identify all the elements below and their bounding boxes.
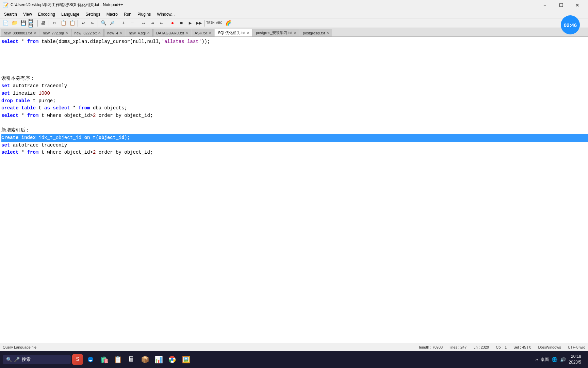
new-button[interactable]: 📄 bbox=[1, 19, 10, 27]
taskbar-icon-edge[interactable] bbox=[84, 353, 97, 366]
tab-new-772[interactable]: new_772.sql ✕ bbox=[40, 29, 71, 36]
comment-line-index: 索引本身有序： bbox=[1, 75, 588, 82]
tab-close-5[interactable]: ✕ bbox=[185, 31, 188, 35]
code-line-create-table: create table t as select * from dba_obje… bbox=[1, 105, 588, 112]
tab-ash[interactable]: ASH.txt ✕ bbox=[192, 29, 214, 36]
copy-button[interactable]: 📋 bbox=[59, 19, 67, 27]
playback-button[interactable]: ▶▶ bbox=[195, 19, 203, 27]
tab-close-0[interactable]: ✕ bbox=[34, 31, 36, 35]
zoom-out-button[interactable]: − bbox=[128, 19, 136, 27]
toolbar: 📄 📁 💾 💾💾 🖶 ✂ 📋 📋 ↩ ↪ 🔍 🔎 + − ↔ ⇥ ⇤ ● ■ ▶… bbox=[0, 18, 588, 28]
statusbar-col: Col : 1 bbox=[496, 345, 507, 349]
maximize-button[interactable]: ☐ bbox=[553, 0, 569, 10]
toolbar-separator-6 bbox=[138, 20, 138, 27]
search-mic-icon: 🎤 bbox=[14, 357, 20, 362]
comment-line-new-index: 新增索引后： bbox=[1, 127, 588, 134]
tab-postgres[interactable]: postgres_安装学习.txt ✕ bbox=[253, 29, 299, 36]
systray-show-desktop[interactable] bbox=[584, 354, 585, 365]
tab-close-9[interactable]: ✕ bbox=[326, 31, 329, 35]
sync-button[interactable]: ↔ bbox=[140, 19, 148, 27]
tabs: new_8888881.txt ✕ new_772.sql ✕ new_3222… bbox=[0, 28, 588, 37]
taskbar-icon-sogou[interactable]: S bbox=[72, 354, 83, 365]
desktop-label[interactable]: 桌面 bbox=[541, 357, 549, 363]
save-all-button[interactable]: 💾💾 bbox=[28, 19, 36, 27]
tab-close-4[interactable]: ✕ bbox=[147, 31, 150, 35]
print-button[interactable]: 🖶 bbox=[39, 19, 47, 27]
titlebar-controls: − ☐ ✕ bbox=[537, 0, 585, 10]
tab-new-3222[interactable]: new_3222.txt ✕ bbox=[71, 29, 104, 36]
stop-button[interactable]: ■ bbox=[177, 19, 185, 27]
taskbar-icon-appstore[interactable]: 🛍️ bbox=[98, 353, 110, 366]
editor[interactable]: select * from table(dbms_xplan.display_c… bbox=[0, 37, 588, 343]
tab-close-2[interactable]: ✕ bbox=[98, 31, 101, 35]
menu-plugins[interactable]: Plugins bbox=[135, 10, 153, 18]
tab-new-8888881[interactable]: new_8888881.txt ✕ bbox=[1, 29, 39, 36]
minimize-button[interactable]: − bbox=[537, 0, 553, 10]
taskbar-icon-todo[interactable]: 📋 bbox=[112, 353, 124, 366]
menu-language[interactable]: Language bbox=[59, 10, 82, 18]
statusbar-right: length : 70938 lines : 247 Ln : 2329 Col… bbox=[419, 345, 585, 349]
menu-encoding[interactable]: Encoding bbox=[35, 10, 58, 18]
play-button[interactable]: ▶ bbox=[186, 19, 194, 27]
menu-search[interactable]: Search bbox=[1, 10, 20, 18]
blank-line-3 bbox=[1, 53, 588, 60]
systray-chevron[interactable]: ›› bbox=[535, 357, 538, 362]
replace-button[interactable]: 🔎 bbox=[108, 19, 116, 27]
trim-button[interactable]: TRIM bbox=[206, 19, 214, 27]
statusbar-bom: UTF-8 w/o bbox=[568, 345, 585, 349]
toolbar-separator-8 bbox=[205, 20, 205, 27]
tab-new-4sql[interactable]: new_4.sql ✕ bbox=[126, 29, 153, 36]
menu-view[interactable]: View bbox=[20, 10, 35, 18]
menu-macro[interactable]: Macro bbox=[104, 10, 120, 18]
code-line-1: select * from table(dbms_xplan.display_c… bbox=[1, 38, 588, 46]
indent-button[interactable]: ⇥ bbox=[148, 19, 157, 27]
systray: ›› 桌面 🌐 🔊 20:18 2023/5 bbox=[535, 354, 585, 365]
code-line-drop: drop table t purge; bbox=[1, 97, 588, 105]
blank-line-4 bbox=[1, 60, 588, 68]
outdent-button[interactable]: ⇤ bbox=[157, 19, 165, 27]
paint-button[interactable]: 🌈 bbox=[224, 19, 232, 27]
toolbar-separator-2 bbox=[49, 20, 49, 27]
taskbar-icon-powerpoint[interactable]: 📊 bbox=[152, 353, 165, 366]
taskbar-icon-calculator[interactable]: 🖩 bbox=[125, 353, 137, 366]
undo-button[interactable]: ↩ bbox=[79, 19, 87, 27]
tab-postgresql[interactable]: postgresql.txt ✕ bbox=[300, 29, 332, 36]
tab-sql-optimize[interactable]: SQL优化相关.txt ✕ bbox=[215, 29, 252, 36]
toolbar-separator-5 bbox=[118, 20, 118, 27]
open-button[interactable]: 📁 bbox=[10, 19, 18, 27]
save-button[interactable]: 💾 bbox=[19, 19, 27, 27]
tab-close-3[interactable]: ✕ bbox=[119, 31, 122, 35]
close-button[interactable]: ✕ bbox=[570, 0, 585, 10]
menu-window[interactable]: Window... bbox=[154, 10, 177, 18]
titlebar: 📝 C:\Users\Desktop\学习工作笔记\SQL优化相关.txt - … bbox=[0, 0, 588, 10]
tab-dataguard[interactable]: DATAGUARD.txt ✕ bbox=[153, 29, 191, 36]
tab-close-6[interactable]: ✕ bbox=[209, 31, 211, 35]
taskbar-icon-cube[interactable]: 📦 bbox=[139, 353, 151, 366]
titlebar-left: 📝 C:\Users\Desktop\学习工作笔记\SQL优化相关.txt - … bbox=[3, 2, 123, 8]
toolbar-separator-3 bbox=[78, 20, 78, 27]
zoom-in-button[interactable]: + bbox=[119, 19, 128, 27]
systray-clock: 20:18 2023/5 bbox=[569, 354, 581, 365]
menu-settings[interactable]: Settings bbox=[83, 10, 103, 18]
statusbar-sel: Sel : 45 | 0 bbox=[513, 345, 531, 349]
tab-close-7[interactable]: ✕ bbox=[247, 31, 249, 35]
search-icon: 🔍 bbox=[6, 357, 12, 362]
tab-close-8[interactable]: ✕ bbox=[294, 31, 296, 35]
cut-button[interactable]: ✂ bbox=[50, 19, 59, 27]
taskbar-icon-chrome[interactable] bbox=[166, 353, 178, 366]
redo-button[interactable]: ↪ bbox=[88, 19, 96, 27]
timer-circle: 02:46 bbox=[561, 15, 580, 34]
toolbar-separator-7 bbox=[167, 20, 167, 27]
tab-new-4[interactable]: new_4 ✕ bbox=[104, 29, 125, 36]
statusbar-ln: Ln : 2329 bbox=[473, 345, 489, 349]
find-button[interactable]: 🔍 bbox=[99, 19, 108, 27]
menu-run[interactable]: Run bbox=[121, 10, 134, 18]
code-line-select2: select * from t where object_id>2 order … bbox=[1, 149, 588, 156]
taskbar-icon-photos[interactable]: 🖼️ bbox=[180, 353, 192, 366]
search-box[interactable]: 🔍 🎤 搜索 bbox=[3, 355, 71, 364]
tab-close-1[interactable]: ✕ bbox=[65, 31, 68, 35]
statusbar-encoding: Dos\Windows bbox=[538, 345, 561, 349]
paste-button[interactable]: 📋 bbox=[68, 19, 76, 27]
abc-button[interactable]: ABC bbox=[215, 19, 223, 27]
record-button[interactable]: ● bbox=[168, 19, 177, 27]
